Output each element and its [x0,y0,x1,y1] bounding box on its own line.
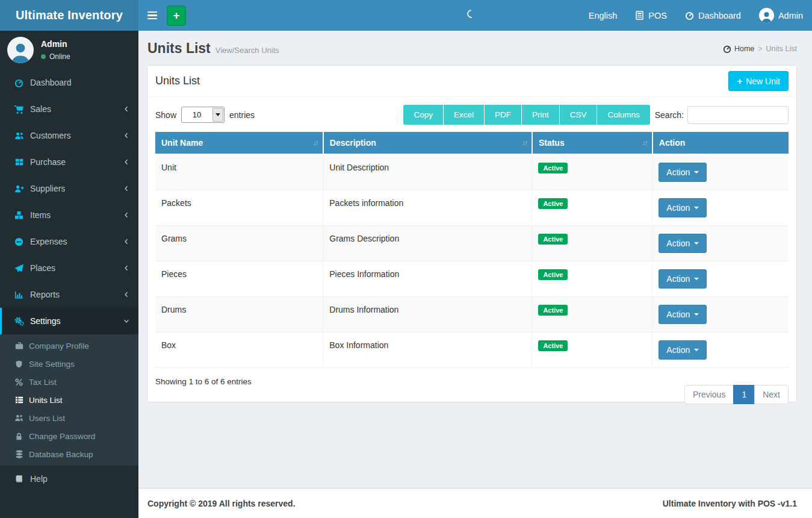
print-button[interactable]: Print [522,105,559,125]
sidebar-item-help[interactable]: Help [0,466,138,492]
sidebar-item-settings[interactable]: Settings [0,308,138,334]
csv-button[interactable]: CSV [560,105,597,125]
percent-icon [14,378,24,386]
sidebar-item-users-list[interactable]: Users List [0,409,138,427]
new-unit-button[interactable]: + New Unit [728,71,789,91]
dashboard-icon [685,11,694,20]
page-size-value: 10 [182,107,212,122]
pagination-page-1[interactable]: 1 [733,385,755,404]
sidebar-toggle-icon[interactable] [138,0,166,31]
online-status-label: Online [49,52,70,61]
chevron-left-icon [123,158,130,166]
page-title: Units List [147,40,211,57]
action-dropdown-button[interactable]: Action [659,163,707,182]
sidebar-item-sales[interactable]: Sales [0,96,138,122]
caret-down-icon [694,278,699,280]
action-dropdown-button[interactable]: Action [659,269,707,289]
home-dashboard-icon [723,45,731,53]
sidebar-item-database-backup[interactable]: Database Backup [0,445,138,463]
column-header-unit-name[interactable]: Unit Name↓↑ [155,132,323,154]
copy-button[interactable]: Copy [403,105,443,125]
sidebar-item-expenses[interactable]: Expenses [0,228,138,255]
brand-logo[interactable]: Ultimate Inventory [0,0,138,31]
sidebar-item-site-settings[interactable]: Site Settings [0,355,138,373]
chevron-left-icon [123,105,130,113]
sidebar-item-change-password[interactable]: Change Password [0,427,138,445]
select-arrow-icon [212,108,223,122]
cell-description: Grams Description [323,226,532,261]
column-header-status[interactable]: Status↓↑ [532,132,652,154]
lock-icon [14,432,24,440]
database-icon [14,450,24,458]
sidebar-item-customers[interactable]: Customers [0,122,138,149]
excel-button[interactable]: Excel [444,105,484,125]
sidebar-item-items[interactable]: Items [0,202,138,228]
avatar [7,37,34,63]
pdf-button[interactable]: PDF [485,105,521,125]
paper-plane-icon [13,264,25,273]
cell-unit-name: Grams [155,226,323,261]
footer-copyright: Copyright © 2019 All rights reserved. [147,499,296,508]
action-dropdown-button[interactable]: Action [659,234,707,253]
sidebar-item-company-profile[interactable]: Company Profile [0,337,138,355]
sidebar-item-places[interactable]: Places [0,255,138,281]
table-row: Box Box Information Active Action [155,332,789,368]
top-navbar: Ultimate Inventory + English POS Dashboa… [0,0,812,31]
sidebar-item-purchase[interactable]: Purchase [0,149,138,175]
status-badge: Active [538,198,568,209]
table-row: Pieces Pieces Information Active Action [155,261,789,297]
table-row: Unit Unit Description Active Action [155,154,789,190]
chevron-down-icon [123,317,130,325]
nav-dashboard[interactable]: Dashboard [676,0,750,31]
sort-icon: ↓↑ [642,139,647,146]
sort-icon: ↓↑ [522,139,527,146]
app: Ultimate Inventory + English POS Dashboa… [0,0,812,518]
nav-language[interactable]: English [580,0,627,31]
search-label: Search: [655,110,684,120]
sidebar-user-name: Admin [41,39,70,49]
action-dropdown-button[interactable]: Action [659,198,707,217]
tachometer-icon [13,78,25,87]
chevron-left-icon [123,211,130,219]
sidebar-item-dashboard[interactable]: Dashboard [0,69,138,96]
sidebar-item-units-list[interactable]: Units List [0,391,138,409]
columns-button[interactable]: Columns [597,105,649,125]
page-subtitle: View/Search Units [215,46,279,55]
pagination-next[interactable]: Next [754,385,789,404]
cubes-icon [13,211,25,220]
loading-spinner-icon [465,8,477,20]
chevron-left-icon [123,264,130,272]
users-icon [14,414,24,422]
cell-unit-name: Unit [155,154,323,190]
main-content: Units List View/Search Units Home > Unit… [138,31,812,518]
breadcrumb-home[interactable]: Home [723,45,754,53]
chevron-left-icon [123,185,130,192]
action-dropdown-button[interactable]: Action [659,340,707,360]
cell-unit-name: Pieces [155,261,323,297]
sidebar-item-reports[interactable]: Reports [0,281,138,308]
page-size-select[interactable]: 10 [181,107,225,123]
navbar-main: + English POS Dashboard Admin [138,0,812,31]
sidebar-item-suppliers[interactable]: Suppliers [0,175,138,202]
nav-pos[interactable]: POS [626,0,676,31]
chevron-left-icon [123,132,130,139]
nav-user[interactable]: Admin [750,0,812,31]
sidebar-item-tax-list[interactable]: Tax List [0,373,138,391]
search-input[interactable] [687,106,789,124]
action-dropdown-button[interactable]: Action [659,305,707,324]
panel-title: Units List [155,75,200,87]
cell-unit-name: Box [155,332,323,368]
pagination-previous[interactable]: Previous [684,385,734,404]
sidebar-user-panel: Admin Online [0,31,138,69]
footer-version: Ultimate Inventory with POS -v1.1 [663,499,797,508]
user-avatar-icon [759,8,774,23]
breadcrumb: Home > Units List [723,45,797,53]
status-badge: Active [538,234,568,245]
column-header-description[interactable]: Description↓↑ [323,132,532,154]
list-icon [14,396,24,404]
online-status-icon [41,54,46,59]
cell-unit-name: Drums [155,297,323,332]
quick-add-button[interactable]: + [167,5,186,26]
caret-down-icon [694,349,699,351]
book-icon [13,475,25,483]
